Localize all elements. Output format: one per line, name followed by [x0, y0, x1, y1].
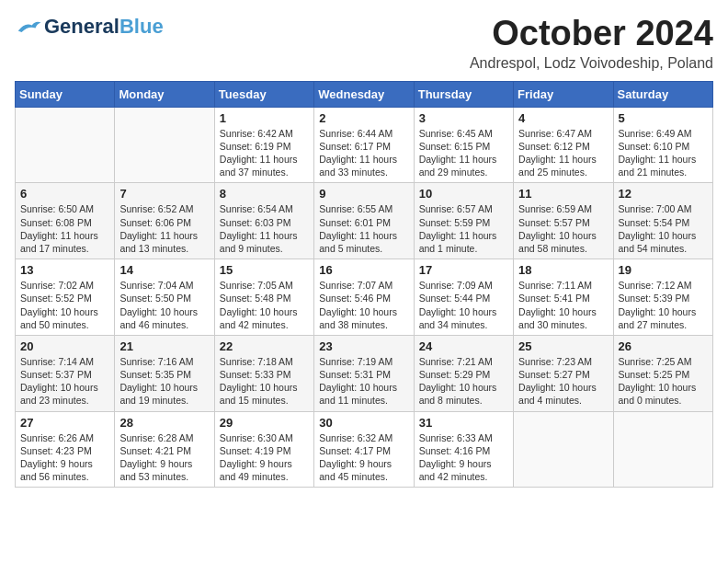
day-number: 19: [619, 263, 708, 277]
cell-daylight-info: Sunrise: 7:19 AM Sunset: 5:31 PM Dayligh…: [319, 355, 408, 408]
day-number: 14: [119, 263, 209, 277]
calendar-cell: 11Sunrise: 6:59 AM Sunset: 5:57 PM Dayli…: [514, 183, 613, 259]
calendar-cell: 29Sunrise: 6:30 AM Sunset: 4:19 PM Dayli…: [214, 411, 313, 488]
day-number: 1: [220, 111, 309, 125]
cell-daylight-info: Sunrise: 6:50 AM Sunset: 6:08 PM Dayligh…: [20, 202, 109, 255]
cell-daylight-info: Sunrise: 6:57 AM Sunset: 5:59 PM Dayligh…: [419, 202, 508, 255]
calendar-cell: 12Sunrise: 7:00 AM Sunset: 5:54 PM Dayli…: [613, 183, 712, 259]
cell-daylight-info: Sunrise: 7:11 AM Sunset: 5:41 PM Dayligh…: [518, 279, 608, 331]
cell-daylight-info: Sunrise: 6:54 AM Sunset: 6:03 PM Dayligh…: [220, 202, 309, 255]
calendar-cell: 3Sunrise: 6:45 AM Sunset: 6:15 PM Daylig…: [414, 107, 513, 183]
calendar-cell: 15Sunrise: 7:05 AM Sunset: 5:48 PM Dayli…: [214, 259, 313, 336]
calendar-cell: 22Sunrise: 7:18 AM Sunset: 5:33 PM Dayli…: [214, 335, 313, 411]
day-of-week-header: Tuesday: [214, 81, 313, 107]
day-number: 25: [518, 339, 608, 353]
calendar-cell: 4Sunrise: 6:47 AM Sunset: 6:12 PM Daylig…: [514, 107, 613, 183]
day-number: 20: [20, 339, 109, 353]
calendar-cell: 21Sunrise: 7:16 AM Sunset: 5:35 PM Dayli…: [115, 335, 214, 411]
day-number: 11: [518, 187, 608, 201]
cell-daylight-info: Sunrise: 6:44 AM Sunset: 6:17 PM Dayligh…: [319, 127, 408, 179]
logo-bird-icon: [15, 18, 42, 35]
day-number: 23: [319, 339, 408, 353]
cell-daylight-info: Sunrise: 7:21 AM Sunset: 5:29 PM Dayligh…: [419, 355, 508, 408]
calendar-cell: [115, 107, 214, 183]
day-number: 13: [20, 263, 109, 277]
day-number: 26: [619, 339, 708, 353]
cell-daylight-info: Sunrise: 7:02 AM Sunset: 5:52 PM Dayligh…: [20, 279, 109, 331]
day-of-week-header: Sunday: [16, 81, 115, 107]
calendar-cell: 1Sunrise: 6:42 AM Sunset: 6:19 PM Daylig…: [214, 107, 313, 183]
cell-daylight-info: Sunrise: 7:18 AM Sunset: 5:33 PM Dayligh…: [220, 355, 309, 408]
calendar-cell: 9Sunrise: 6:55 AM Sunset: 6:01 PM Daylig…: [314, 183, 414, 259]
day-number: 17: [419, 263, 508, 277]
calendar-cell: 16Sunrise: 7:07 AM Sunset: 5:46 PM Dayli…: [314, 259, 414, 336]
calendar-table: SundayMondayTuesdayWednesdayThursdayFrid…: [15, 81, 713, 488]
day-number: 15: [220, 263, 309, 277]
calendar-week-row: 20Sunrise: 7:14 AM Sunset: 5:37 PM Dayli…: [16, 335, 713, 411]
cell-daylight-info: Sunrise: 6:52 AM Sunset: 6:06 PM Dayligh…: [119, 202, 209, 255]
month-title: October 2024: [470, 15, 713, 53]
day-of-week-header: Wednesday: [314, 81, 414, 107]
cell-daylight-info: Sunrise: 6:47 AM Sunset: 6:12 PM Dayligh…: [518, 127, 608, 179]
day-of-week-header: Friday: [514, 81, 613, 107]
title-section: October 2024 Andrespol, Lodz Voivodeship…: [470, 15, 713, 72]
calendar-cell: 14Sunrise: 7:04 AM Sunset: 5:50 PM Dayli…: [115, 259, 214, 336]
day-number: 28: [119, 416, 209, 430]
cell-daylight-info: Sunrise: 7:16 AM Sunset: 5:35 PM Dayligh…: [119, 355, 209, 408]
day-of-week-header: Monday: [115, 81, 214, 107]
cell-daylight-info: Sunrise: 7:04 AM Sunset: 5:50 PM Dayligh…: [119, 279, 209, 331]
calendar-cell: 6Sunrise: 6:50 AM Sunset: 6:08 PM Daylig…: [16, 183, 115, 259]
day-number: 10: [419, 187, 508, 201]
calendar-cell: [514, 411, 613, 488]
day-number: 9: [319, 187, 408, 201]
calendar-cell: 26Sunrise: 7:25 AM Sunset: 5:25 PM Dayli…: [613, 335, 712, 411]
day-number: 30: [319, 416, 408, 430]
cell-daylight-info: Sunrise: 6:42 AM Sunset: 6:19 PM Dayligh…: [220, 127, 309, 179]
day-number: 18: [518, 263, 608, 277]
calendar-cell: 2Sunrise: 6:44 AM Sunset: 6:17 PM Daylig…: [314, 107, 414, 183]
day-number: 2: [319, 111, 408, 125]
cell-daylight-info: Sunrise: 7:25 AM Sunset: 5:25 PM Dayligh…: [619, 355, 708, 408]
calendar-cell: 20Sunrise: 7:14 AM Sunset: 5:37 PM Dayli…: [16, 335, 115, 411]
day-of-week-header: Saturday: [613, 81, 712, 107]
location-subtitle: Andrespol, Lodz Voivodeship, Poland: [470, 55, 713, 72]
cell-daylight-info: Sunrise: 6:55 AM Sunset: 6:01 PM Dayligh…: [319, 202, 408, 255]
logo: GeneralBlue: [15, 15, 164, 39]
day-number: 31: [419, 416, 508, 430]
calendar-cell: 23Sunrise: 7:19 AM Sunset: 5:31 PM Dayli…: [314, 335, 414, 411]
day-number: 5: [619, 111, 708, 125]
calendar-cell: 10Sunrise: 6:57 AM Sunset: 5:59 PM Dayli…: [414, 183, 513, 259]
cell-daylight-info: Sunrise: 7:23 AM Sunset: 5:27 PM Dayligh…: [518, 355, 608, 408]
day-number: 22: [220, 339, 309, 353]
calendar-cell: [613, 411, 712, 488]
cell-daylight-info: Sunrise: 7:14 AM Sunset: 5:37 PM Dayligh…: [20, 355, 109, 408]
calendar-cell: 8Sunrise: 6:54 AM Sunset: 6:03 PM Daylig…: [214, 183, 313, 259]
calendar-week-row: 1Sunrise: 6:42 AM Sunset: 6:19 PM Daylig…: [16, 107, 713, 183]
calendar-week-row: 6Sunrise: 6:50 AM Sunset: 6:08 PM Daylig…: [16, 183, 713, 259]
calendar-cell: 13Sunrise: 7:02 AM Sunset: 5:52 PM Dayli…: [16, 259, 115, 336]
cell-daylight-info: Sunrise: 6:28 AM Sunset: 4:21 PM Dayligh…: [119, 431, 209, 484]
calendar-cell: 25Sunrise: 7:23 AM Sunset: 5:27 PM Dayli…: [514, 335, 613, 411]
cell-daylight-info: Sunrise: 6:30 AM Sunset: 4:19 PM Dayligh…: [220, 431, 309, 484]
day-number: 4: [518, 111, 608, 125]
calendar-cell: 7Sunrise: 6:52 AM Sunset: 6:06 PM Daylig…: [115, 183, 214, 259]
day-number: 12: [619, 187, 708, 201]
cell-daylight-info: Sunrise: 7:00 AM Sunset: 5:54 PM Dayligh…: [619, 202, 708, 255]
calendar-cell: 31Sunrise: 6:33 AM Sunset: 4:16 PM Dayli…: [414, 411, 513, 488]
calendar-cell: 30Sunrise: 6:32 AM Sunset: 4:17 PM Dayli…: [314, 411, 414, 488]
calendar-cell: 24Sunrise: 7:21 AM Sunset: 5:29 PM Dayli…: [414, 335, 513, 411]
day-number: 7: [119, 187, 209, 201]
cell-daylight-info: Sunrise: 6:59 AM Sunset: 5:57 PM Dayligh…: [518, 202, 608, 255]
cell-daylight-info: Sunrise: 7:12 AM Sunset: 5:39 PM Dayligh…: [619, 279, 708, 331]
cell-daylight-info: Sunrise: 6:26 AM Sunset: 4:23 PM Dayligh…: [20, 431, 109, 484]
page-header: GeneralBlue October 2024 Andrespol, Lodz…: [15, 15, 713, 72]
day-number: 3: [419, 111, 508, 125]
calendar-cell: 18Sunrise: 7:11 AM Sunset: 5:41 PM Dayli…: [514, 259, 613, 336]
calendar-header-row: SundayMondayTuesdayWednesdayThursdayFrid…: [16, 81, 713, 107]
cell-daylight-info: Sunrise: 6:49 AM Sunset: 6:10 PM Dayligh…: [619, 127, 708, 179]
day-number: 29: [220, 416, 309, 430]
day-number: 16: [319, 263, 408, 277]
calendar-cell: 27Sunrise: 6:26 AM Sunset: 4:23 PM Dayli…: [16, 411, 115, 488]
cell-daylight-info: Sunrise: 7:05 AM Sunset: 5:48 PM Dayligh…: [220, 279, 309, 331]
day-number: 24: [419, 339, 508, 353]
